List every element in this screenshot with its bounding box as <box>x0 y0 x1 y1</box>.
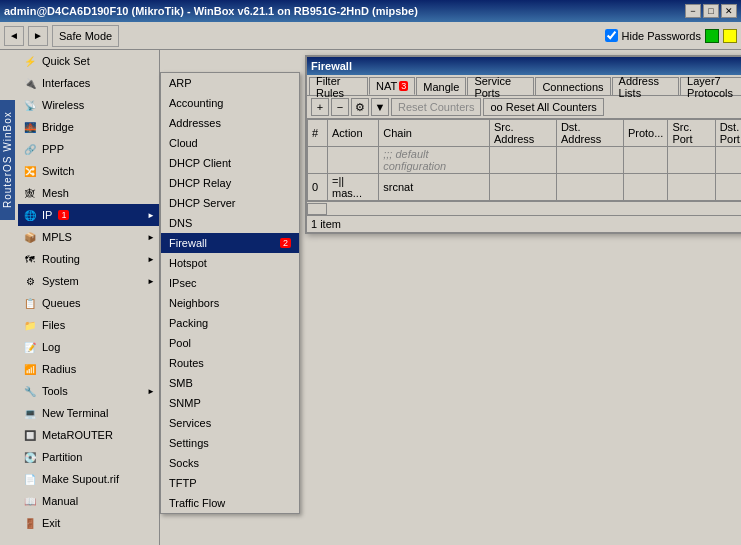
filter-button[interactable]: ▼ <box>371 98 389 116</box>
tab-nat[interactable]: NAT 3 <box>369 77 415 95</box>
ip-menu-arp[interactable]: ARP <box>161 73 299 93</box>
ip-menu-neighbors[interactable]: Neighbors <box>161 293 299 313</box>
reset-all-counters-button[interactable]: oo Reset All Counters <box>483 98 603 116</box>
maximize-button[interactable]: □ <box>703 4 719 18</box>
sidebar-item-system[interactable]: ⚙ System ► <box>18 270 159 292</box>
ip-menu-hotspot[interactable]: Hotspot <box>161 253 299 273</box>
sidebar-item-ppp[interactable]: 🔗 PPP <box>18 138 159 160</box>
sidebar-item-tools[interactable]: 🔧 Tools ► <box>18 380 159 402</box>
ip-menu-dhcp-client[interactable]: DHCP Client <box>161 153 299 173</box>
status-bar: 1 item <box>307 215 741 232</box>
sidebar-item-label: New Terminal <box>42 407 108 419</box>
mpls-arrow-icon: ► <box>147 233 155 242</box>
sidebar-item-files[interactable]: 📁 Files <box>18 314 159 336</box>
ip-menu-dns[interactable]: DNS <box>161 213 299 233</box>
ip-menu-settings[interactable]: Settings <box>161 433 299 453</box>
log-icon: 📝 <box>22 339 38 355</box>
scroll-thumb[interactable] <box>307 203 327 215</box>
cell-proto <box>623 174 667 201</box>
tab-address-lists[interactable]: Address Lists <box>612 77 680 95</box>
ip-menu-dhcp-server[interactable]: DHCP Server <box>161 193 299 213</box>
sidebar-item-new-terminal[interactable]: 💻 New Terminal <box>18 402 159 424</box>
sidebar-item-label: MetaROUTER <box>42 429 113 441</box>
title-text: admin@D4CA6D190F10 (MikroTik) - WinBox v… <box>4 5 418 17</box>
sidebar-item-manual[interactable]: 📖 Manual <box>18 490 159 512</box>
sidebar-item-metarouter[interactable]: 🔲 MetaROUTER <box>18 424 159 446</box>
ip-badge: 1 <box>58 210 69 220</box>
col-src-address: Src. Address <box>489 120 556 147</box>
ip-menu-accounting[interactable]: Accounting <box>161 93 299 113</box>
sidebar-item-label: Interfaces <box>42 77 90 89</box>
ip-menu-tftp[interactable]: TFTP <box>161 473 299 493</box>
close-button[interactable]: ✕ <box>721 4 737 18</box>
cell-dport <box>715 147 741 174</box>
sidebar-item-quick-set[interactable]: ⚡ Quick Set <box>18 50 159 72</box>
files-icon: 📁 <box>22 317 38 333</box>
settings-button[interactable]: ⚙ <box>351 98 369 116</box>
sidebar-item-label: Bridge <box>42 121 74 133</box>
back-button[interactable]: ◄ <box>4 26 24 46</box>
radius-icon: 📶 <box>22 361 38 377</box>
remove-rule-button[interactable]: − <box>331 98 349 116</box>
sidebar-item-label: Files <box>42 319 65 331</box>
sidebar-item-label: Manual <box>42 495 78 507</box>
col-chain: Chain <box>379 120 490 147</box>
add-rule-button[interactable]: + <box>311 98 329 116</box>
table-row[interactable]: 0 =|| mas... srcnat <box>308 174 742 201</box>
col-src-port: Src. Port <box>668 120 715 147</box>
sidebar-item-routing[interactable]: 🗺 Routing ► <box>18 248 159 270</box>
sidebar-item-label: Radius <box>42 363 76 375</box>
sidebar-item-queues[interactable]: 📋 Queues <box>18 292 159 314</box>
ip-menu-pool[interactable]: Pool <box>161 333 299 353</box>
ppp-icon: 🔗 <box>22 141 38 157</box>
sidebar-item-label: Routing <box>42 253 80 265</box>
ip-menu-addresses[interactable]: Addresses <box>161 113 299 133</box>
ip-menu-services[interactable]: Services <box>161 413 299 433</box>
ip-menu-snmp[interactable]: SNMP <box>161 393 299 413</box>
sidebar-item-bridge[interactable]: 🌉 Bridge <box>18 116 159 138</box>
ip-menu-dhcp-relay[interactable]: DHCP Relay <box>161 173 299 193</box>
tab-connections[interactable]: Connections <box>535 77 610 95</box>
tab-filter-rules[interactable]: Filter Rules <box>309 77 368 95</box>
ip-menu-firewall[interactable]: Firewall 2 <box>161 233 299 253</box>
ip-menu-smb[interactable]: SMB <box>161 373 299 393</box>
ip-menu-socks[interactable]: Socks <box>161 453 299 473</box>
cell-action: =|| mas... <box>328 174 379 201</box>
tab-service-ports[interactable]: Service Ports <box>467 77 534 95</box>
sidebar-item-partition[interactable]: 💽 Partition <box>18 446 159 468</box>
safe-mode-button[interactable]: Safe Mode <box>52 25 119 47</box>
sidebar-item-interfaces[interactable]: 🔌 Interfaces <box>18 72 159 94</box>
sidebar-item-ip[interactable]: 🌐 IP 1 ► <box>18 204 159 226</box>
ip-menu-packing[interactable]: Packing <box>161 313 299 333</box>
sidebar-item-label: MPLS <box>42 231 72 243</box>
sidebar-item-label: Make Supout.rif <box>42 473 119 485</box>
minimize-button[interactable]: − <box>685 4 701 18</box>
sidebar-item-mesh[interactable]: 🕸 Mesh <box>18 182 159 204</box>
reset-counters-button[interactable]: Reset Counters <box>391 98 481 116</box>
ip-menu-ipsec[interactable]: IPsec <box>161 273 299 293</box>
cell-dport <box>715 174 741 201</box>
tab-mangle[interactable]: Mangle <box>416 77 466 95</box>
new-terminal-icon: 💻 <box>22 405 38 421</box>
horizontal-scrollbar[interactable] <box>307 201 741 215</box>
sidebar-item-log[interactable]: 📝 Log <box>18 336 159 358</box>
sidebar-item-mpls[interactable]: 📦 MPLS ► <box>18 226 159 248</box>
sidebar-item-switch[interactable]: 🔀 Switch <box>18 160 159 182</box>
item-count: 1 item <box>311 218 341 230</box>
hide-passwords-checkbox[interactable] <box>605 29 618 42</box>
cell-sport <box>668 174 715 201</box>
sidebar-item-make-supout[interactable]: 📄 Make Supout.rif <box>18 468 159 490</box>
table-row[interactable]: ;;; default configuration <box>308 147 742 174</box>
ip-menu-cloud[interactable]: Cloud <box>161 133 299 153</box>
cell-src <box>489 147 556 174</box>
forward-button[interactable]: ► <box>28 26 48 46</box>
sidebar-item-exit[interactable]: 🚪 Exit <box>18 512 159 534</box>
ip-menu-routes[interactable]: Routes <box>161 353 299 373</box>
routeros-winbox-label: RouterOS WinBox <box>0 100 15 220</box>
sidebar-item-radius[interactable]: 📶 Radius <box>18 358 159 380</box>
ip-icon: 🌐 <box>22 207 38 223</box>
queues-icon: 📋 <box>22 295 38 311</box>
sidebar-item-wireless[interactable]: 📡 Wireless <box>18 94 159 116</box>
ip-menu-traffic-flow[interactable]: Traffic Flow <box>161 493 299 513</box>
tab-layer7[interactable]: Layer7 Protocols <box>680 77 741 95</box>
